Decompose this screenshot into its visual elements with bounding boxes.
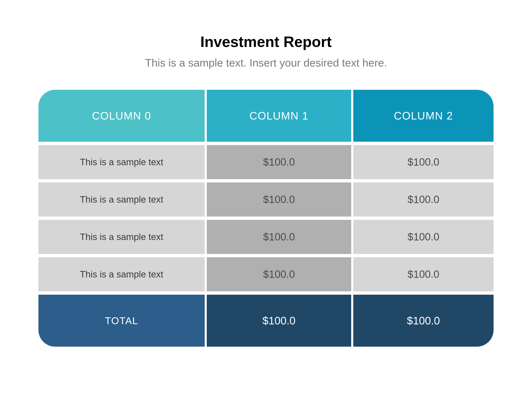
table-header-col2: COLUMN 2 — [353, 90, 494, 142]
total-col2-value: $100.0 — [353, 295, 494, 347]
total-col1-value: $100.0 — [207, 295, 351, 347]
row-col2-value: $100.0 — [353, 220, 494, 254]
row-col2-value: $100.0 — [353, 257, 494, 291]
table-row: This is a sample text $100.0 $100.0 — [38, 257, 494, 291]
row-label: This is a sample text — [38, 183, 205, 216]
table-header-row: COLUMN 0 COLUMN 1 COLUMN 2 — [38, 90, 494, 142]
page-subtitle: This is a sample text. Insert your desir… — [145, 57, 387, 69]
report-table: COLUMN 0 COLUMN 1 COLUMN 2 This is a sam… — [38, 90, 494, 347]
row-label: This is a sample text — [38, 145, 205, 179]
total-label: TOTAL — [38, 295, 205, 347]
row-col2-value: $100.0 — [353, 183, 494, 216]
table-header-col1: COLUMN 1 — [207, 90, 351, 142]
row-col2-value: $100.0 — [353, 145, 494, 179]
table-row: This is a sample text $100.0 $100.0 — [38, 145, 494, 179]
table-row: This is a sample text $100.0 $100.0 — [38, 183, 494, 216]
page-title: Investment Report — [200, 33, 332, 50]
row-col1-value: $100.0 — [207, 183, 351, 216]
row-label: This is a sample text — [38, 257, 205, 291]
row-label: This is a sample text — [38, 220, 205, 254]
table-header-col0: COLUMN 0 — [38, 90, 205, 142]
table-row: This is a sample text $100.0 $100.0 — [38, 220, 494, 254]
row-col1-value: $100.0 — [207, 145, 351, 179]
table-total-row: TOTAL $100.0 $100.0 — [38, 295, 494, 347]
row-col1-value: $100.0 — [207, 220, 351, 254]
row-col1-value: $100.0 — [207, 257, 351, 291]
